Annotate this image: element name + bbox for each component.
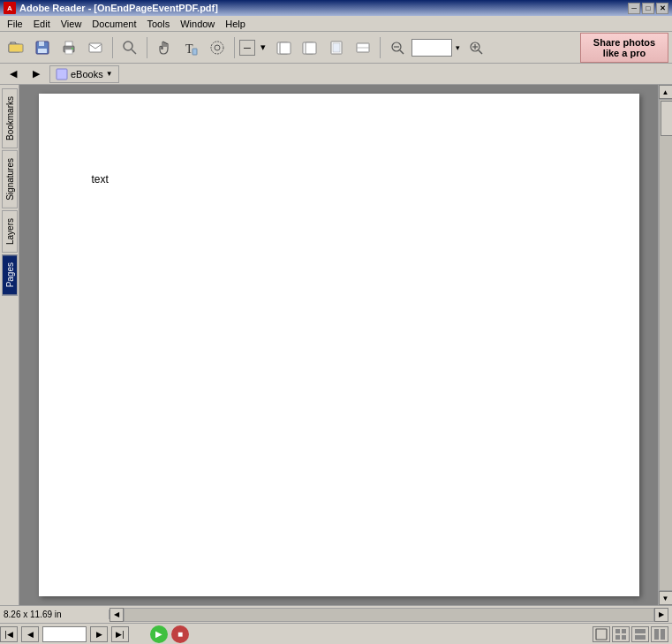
scroll-down-button[interactable]: ▼ <box>659 591 673 605</box>
fit-page-button[interactable] <box>324 35 349 60</box>
view-btn-1[interactable] <box>593 626 610 642</box>
svg-line-11 <box>132 49 136 54</box>
horizontal-scroll-area[interactable]: ◀ ▶ <box>109 608 668 622</box>
svg-rect-33 <box>615 629 620 633</box>
signatures-tab[interactable]: Signatures <box>2 150 18 208</box>
zoom-decrease-button[interactable] <box>385 35 410 60</box>
ebooks-label: eBooks <box>71 69 103 80</box>
svg-point-15 <box>215 45 220 50</box>
save-button[interactable] <box>30 35 55 60</box>
page-navigation-bar: |◀ ◀ 1 of 1 ▶ ▶| ▶ ■ <box>0 623 672 644</box>
nav-forward-button[interactable]: ▶ <box>26 65 46 83</box>
svg-line-30 <box>479 50 482 54</box>
menu-file[interactable]: File <box>2 17 28 31</box>
pdf-viewer[interactable]: text <box>19 85 658 605</box>
layers-tab[interactable]: Layers <box>2 210 18 253</box>
vertical-scrollbar[interactable]: ▲ ▼ <box>658 85 672 605</box>
menu-window[interactable]: Window <box>175 17 220 31</box>
toolbar-separator-3 <box>234 37 235 58</box>
page-number-input[interactable]: 1 of 1 <box>42 626 87 642</box>
scroll-left-button[interactable]: ◀ <box>109 608 124 622</box>
view-btn-3[interactable] <box>631 626 649 642</box>
left-panel: Bookmarks Signatures Layers Pages <box>0 85 19 605</box>
main-content-area: Bookmarks Signatures Layers Pages text ▲… <box>0 85 672 605</box>
svg-rect-19 <box>306 42 316 54</box>
zoom-input[interactable]: 87% <box>412 39 452 57</box>
scroll-thumb[interactable] <box>661 101 673 136</box>
bookmarks-bar: ◀ ▶ eBooks ▼ <box>0 64 672 85</box>
toolbar-separator-4 <box>380 37 381 58</box>
svg-rect-40 <box>661 629 665 640</box>
menu-document[interactable]: Document <box>87 17 141 31</box>
hand-tool-button[interactable] <box>152 35 177 60</box>
menu-help[interactable]: Help <box>220 17 251 31</box>
svg-rect-32 <box>596 629 607 640</box>
svg-line-26 <box>400 50 404 54</box>
pdf-page: text <box>39 94 639 596</box>
scroll-track[interactable] <box>659 99 673 591</box>
pages-tab[interactable]: Pages <box>2 254 18 295</box>
toolbar-separator-1 <box>112 37 113 58</box>
svg-rect-35 <box>615 635 620 640</box>
scroll-right-button[interactable]: ▶ <box>654 608 668 622</box>
select-text-button[interactable]: T <box>178 35 203 60</box>
bookmarks-tab[interactable]: Bookmarks <box>2 88 18 148</box>
email-button[interactable] <box>83 35 108 60</box>
view-btn-4[interactable] <box>651 626 668 642</box>
svg-rect-13 <box>193 49 197 55</box>
svg-rect-31 <box>57 69 67 80</box>
view-controls <box>593 626 672 642</box>
close-button[interactable]: ✕ <box>656 3 668 14</box>
svg-rect-37 <box>635 629 646 633</box>
share-photos-line1: Share photos <box>593 37 655 48</box>
svg-rect-1 <box>9 44 23 52</box>
adobe-logo: A <box>4 2 16 14</box>
title-bar-controls[interactable]: ─ □ ✕ <box>628 3 668 14</box>
status-bar: 8.26 x 11.69 in ◀ ▶ <box>0 605 672 623</box>
fit-width-button[interactable] <box>351 35 375 60</box>
print-button[interactable] <box>57 35 81 60</box>
view-btn-2[interactable] <box>612 626 630 642</box>
search-button[interactable] <box>117 35 142 60</box>
ebooks-button[interactable]: eBooks ▼ <box>49 65 119 83</box>
svg-rect-36 <box>622 635 626 640</box>
svg-rect-21 <box>333 43 340 52</box>
prev-page-button[interactable] <box>271 35 296 60</box>
zoom-dropdown-arrow[interactable]: ▾ <box>257 42 269 54</box>
next-page-button[interactable] <box>298 35 322 60</box>
share-photos-line2: like a pro <box>593 48 655 58</box>
svg-rect-17 <box>280 42 291 54</box>
title-bar: A Adobe Reader - [OnEndPageEventPDF.pdf]… <box>0 0 672 16</box>
svg-rect-39 <box>654 629 659 640</box>
snapshot-button[interactable] <box>205 35 230 60</box>
svg-rect-8 <box>72 48 73 49</box>
next-page-nav-button[interactable]: ▶ <box>90 626 108 642</box>
minimize-button[interactable]: ─ <box>628 3 640 14</box>
share-photos-banner[interactable]: Share photos like a pro <box>580 33 668 63</box>
last-page-button[interactable]: ▶| <box>111 626 129 642</box>
menu-view[interactable]: View <box>56 17 87 31</box>
svg-rect-3 <box>39 42 44 46</box>
menu-tools[interactable]: Tools <box>142 17 176 31</box>
title-bar-left: A Adobe Reader - [OnEndPageEventPDF.pdf] <box>4 2 218 14</box>
scroll-up-button[interactable]: ▲ <box>659 85 673 99</box>
svg-rect-4 <box>38 49 47 53</box>
first-page-button[interactable]: |◀ <box>0 626 18 642</box>
ebooks-dropdown-arrow: ▼ <box>106 70 113 78</box>
svg-rect-9 <box>89 43 102 52</box>
svg-rect-6 <box>65 42 72 46</box>
nav-back-button[interactable]: ◀ <box>4 65 23 83</box>
svg-point-14 <box>211 42 223 54</box>
zoom-out-button[interactable]: ─ <box>239 40 255 56</box>
maximize-button[interactable]: □ <box>642 3 654 14</box>
h-scroll-track[interactable] <box>124 608 654 622</box>
open-button[interactable] <box>4 35 28 60</box>
menu-bar: File Edit View Document Tools Window Hel… <box>0 16 672 32</box>
pdf-content-text: text <box>92 173 109 186</box>
previous-page-button[interactable]: ◀ <box>21 626 39 642</box>
stop-button[interactable]: ■ <box>171 625 189 643</box>
svg-rect-7 <box>65 49 72 54</box>
menu-edit[interactable]: Edit <box>28 17 56 31</box>
zoom-control: ─ ▾ <box>239 40 269 56</box>
play-button[interactable]: ▶ <box>150 625 168 643</box>
